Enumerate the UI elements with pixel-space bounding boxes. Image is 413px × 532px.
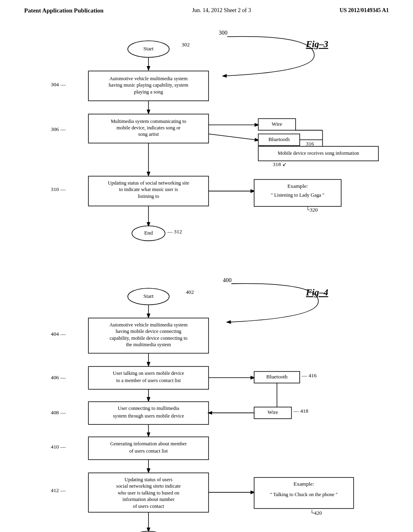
header-right: US 2012/0149345 A1 <box>340 7 389 14</box>
n310-num: 310 — <box>51 186 66 192</box>
return-arrow-4 <box>227 284 318 322</box>
n412-text5: of users contact <box>133 503 165 509</box>
page-header: Patent Application Publication Jun. 14, … <box>0 0 413 18</box>
main-content: Fig–3 300 302 Start 304 — Automotive veh… <box>0 18 413 532</box>
n406-text2: to a member of users contact list <box>116 378 181 383</box>
n412-text4: information about number <box>123 497 175 502</box>
fig4-diagram: Fig–4 400 402 Start 404 — Automotive veh… <box>24 270 389 532</box>
n300-num: 300 <box>219 29 227 36</box>
n416-num: — 416 <box>301 372 317 378</box>
n404-num: 404 — <box>51 331 66 337</box>
n304-text2: having music playing capability, system <box>109 82 189 88</box>
header-left: Patent Application Publication <box>24 7 104 14</box>
n404-text3: capability, mobile device connecting to <box>110 335 188 341</box>
n306-text2: mobile device, indicates song or <box>117 125 181 131</box>
n310-text2: to indicate what music user is <box>119 187 178 192</box>
n420-num: └420 <box>310 509 322 516</box>
n412-num: 412 — <box>51 487 66 493</box>
n400-num: 400 <box>223 277 232 283</box>
n412-text2: social networking siteto indicate <box>116 483 181 489</box>
example-text-fig4: " Talking to Chuck on the phone " <box>270 492 338 497</box>
wire-label: Wire <box>272 121 282 127</box>
n410-text2: of users contact list <box>129 448 168 454</box>
return-arrow <box>223 36 314 76</box>
n410-text1: Generating information about member <box>110 441 187 447</box>
n306-text3: song artist <box>138 131 159 137</box>
n312-num: — 312 <box>167 229 182 235</box>
start-label-fig4: Start <box>144 293 154 299</box>
n306-text1: Multimedia system communicating to <box>111 118 186 124</box>
n404-text2: having mobile device connecting <box>116 328 181 334</box>
wire-label-fig4: Wire <box>267 409 278 416</box>
example-text-fig3: " Listening to Lady Gaga " <box>271 192 325 198</box>
n318-num: 318 ↙ <box>273 161 286 167</box>
example-label-fig4: Example: <box>294 481 314 487</box>
n404-text1: Automotive vehicle multimedia system <box>109 322 188 328</box>
fig4-label: Fig–4 <box>306 287 328 297</box>
n310-text1: Updating status of social networking sit… <box>108 180 189 186</box>
n306-num: 306 — <box>51 126 66 132</box>
bluetooth-label-fig4: Bluetooth <box>266 374 288 380</box>
n418-num: — 418 <box>293 408 309 414</box>
header-center: Jun. 14, 2012 Sheet 2 of 3 <box>192 7 251 14</box>
n412-text1: Updating status of users <box>125 477 173 482</box>
bluetooth-label: Bluetooth <box>268 136 290 142</box>
n320-num: └320 <box>306 206 318 213</box>
n406-num: 406 — <box>51 374 66 380</box>
fig3-diagram: Fig–3 300 302 Start 304 — Automotive veh… <box>24 22 389 266</box>
n408-num: 408 — <box>51 410 66 416</box>
example-label-fig3: Example: <box>287 183 308 189</box>
n408-text1: User connecting to mullimedia <box>118 405 179 411</box>
n316-num: 316 <box>306 141 314 147</box>
arrow-bluetooth <box>209 134 258 140</box>
n304-num: 304 — <box>51 81 66 87</box>
n310-text3: listining to <box>138 193 159 199</box>
n406-text1: User talking on users mobile device <box>113 370 184 376</box>
n302-num: 302 <box>181 42 190 48</box>
n404-text4: the multimedia system <box>126 342 171 347</box>
start-label-fig3: Start <box>144 46 154 52</box>
n304-text3: playing a song <box>134 89 163 95</box>
n412-text3: who user is talking to based on <box>118 490 179 496</box>
n402-num: 402 <box>186 289 194 295</box>
n410-num: 410 — <box>51 444 66 450</box>
n304-text1: Automotive vehicle multimedia system <box>109 76 188 81</box>
end-label-fig3: End <box>144 230 153 236</box>
fig3-label: Fig–3 <box>306 39 328 49</box>
n408-text2: system through users mobile device <box>113 413 184 419</box>
n318-text: Mobile device receives song information <box>277 150 359 156</box>
